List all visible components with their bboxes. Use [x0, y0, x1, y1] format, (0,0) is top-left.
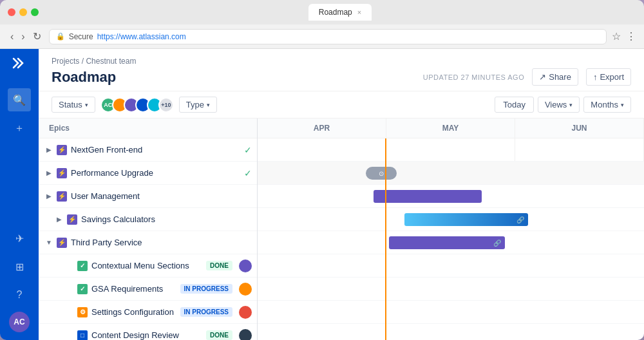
epic-icon-purple: ⚡ — [57, 168, 67, 178]
forward-button[interactable]: › — [19, 29, 27, 44]
gantt-panel: APR MAY JUN — [258, 118, 644, 340]
months-chevron: ▾ — [621, 102, 624, 108]
list-item[interactable]: ▶ ⚡ NextGen Front-end ✓ — [39, 138, 257, 162]
list-item[interactable]: ▶ ⚡ Performance Upgrade ✓ — [39, 162, 257, 185]
gantt-bar-user-mgmt — [374, 190, 482, 203]
expand-icon: ▶ — [54, 214, 64, 225]
sidebar-item-send[interactable]: ✈ — [8, 227, 31, 250]
browser-tab[interactable]: Roadmap × — [308, 4, 372, 21]
close-button[interactable] — [8, 8, 15, 16]
refresh-button[interactable]: ↻ — [30, 29, 44, 44]
assignee-avatar — [239, 329, 252, 341]
addr-actions: ☆ ⋮ — [612, 30, 636, 42]
gantt-header: APR MAY JUN — [258, 118, 644, 138]
sidebar-item-add[interactable]: ＋ — [8, 117, 31, 140]
epic-icon-purple: ⚡ — [67, 214, 77, 225]
share-label: Share — [549, 72, 571, 82]
toolbar-right: Today Views ▾ Months ▾ — [495, 97, 631, 113]
epic-icon-purple: ⚡ — [57, 191, 67, 202]
month-may: MAY — [386, 118, 515, 138]
assignee-avatar — [239, 260, 252, 272]
epic-icon-purple: ⚡ — [57, 238, 67, 248]
expand-icon — [64, 307, 75, 317]
expand-icon: ▶ — [44, 145, 54, 155]
gantt-row — [258, 324, 644, 340]
status-badge: DONE — [206, 261, 232, 270]
views-label: Views — [545, 100, 567, 109]
list-item[interactable]: ✓ GSA Requirements IN PROGRESS — [39, 278, 257, 301]
check-icon: ✓ — [244, 168, 252, 178]
gantt-row: ⊙ — [258, 162, 644, 185]
gantt-container: Epics ▶ ⚡ NextGen Front-end ✓ ▶ ⚡ Perfor… — [39, 118, 644, 340]
epic-label: Third Party Service — [71, 238, 252, 247]
secure-icon: 🔒 — [56, 32, 65, 41]
months-button[interactable]: Months ▾ — [583, 97, 631, 113]
more-avatars-badge[interactable]: +10 — [158, 97, 174, 113]
list-item[interactable]: ▼ ⚡ Third Party Service — [39, 231, 257, 254]
epic-icon-purple: ⚡ — [57, 145, 67, 155]
status-filter[interactable]: Status ▾ — [52, 97, 95, 113]
share-button[interactable]: ↗ Share — [532, 68, 578, 86]
list-item[interactable]: ✓ Contextual Menu Sections DONE — [39, 254, 257, 278]
avatar-group: AC +10 — [100, 97, 174, 113]
epic-icon-orange: ⚙ — [77, 307, 88, 317]
sidebar-item-help[interactable]: ? — [8, 283, 31, 307]
today-line — [385, 138, 386, 340]
minimize-button[interactable] — [19, 8, 27, 16]
gantt-row — [258, 301, 644, 324]
addressbar: ‹ › ↻ 🔒 Secure https://www.atlassian.com… — [0, 24, 644, 49]
month-apr: APR — [258, 118, 386, 138]
sidebar-item-grid[interactable]: ⊞ — [8, 255, 31, 278]
tab-close-icon[interactable]: × — [357, 8, 361, 16]
type-filter[interactable]: Type ▾ — [179, 97, 217, 113]
epic-label: Contextual Menu Sections — [91, 261, 206, 270]
bookmark-button[interactable]: ☆ — [612, 30, 621, 42]
epic-label: NextGen Front-end — [71, 145, 244, 155]
gantt-bar: ⊙ — [366, 167, 397, 180]
views-chevron: ▾ — [569, 102, 573, 108]
epic-label: Savings Calculators — [81, 214, 252, 224]
address-bar[interactable]: 🔒 Secure https://www.atlassian.com — [49, 29, 607, 44]
status-chevron: ▾ — [85, 102, 88, 108]
sidebar-item-search[interactable]: 🔍 — [8, 88, 31, 111]
epics-header: Epics — [39, 118, 257, 138]
secure-label: Secure — [69, 32, 93, 41]
url-text: https://www.atlassian.com — [97, 32, 186, 41]
user-avatar[interactable]: AC — [9, 312, 30, 332]
assignee-avatar — [239, 283, 252, 296]
export-icon: ↑ — [593, 72, 598, 82]
breadcrumb: Projects / Chestnut team — [52, 57, 631, 66]
list-item[interactable]: □ Content Design Review DONE — [39, 324, 257, 340]
header-actions: UPDATED 27 MINUTES AGO ↗ Share ↑ Export — [423, 68, 631, 86]
back-button[interactable]: ‹ — [8, 29, 16, 44]
more-button[interactable]: ⋮ — [626, 30, 636, 42]
expand-icon — [64, 330, 75, 341]
list-item[interactable]: ▶ ⚡ User Management — [39, 185, 257, 208]
views-button[interactable]: Views ▾ — [538, 97, 580, 113]
settings-config-label: Settings Configuration — [91, 307, 180, 317]
expand-icon — [64, 284, 75, 294]
titlebar-center: Roadmap × — [44, 4, 636, 21]
gantt-bar-third-party: 🔗 — [389, 236, 505, 249]
header-row: Roadmap UPDATED 27 MINUTES AGO ↗ Share ↑… — [52, 68, 631, 86]
page-title: Roadmap — [52, 69, 116, 86]
epic-icon-blue: □ — [77, 330, 88, 341]
breadcrumb-separator: / — [82, 57, 84, 66]
export-button[interactable]: ↑ Export — [586, 68, 631, 86]
gantt-row — [258, 254, 644, 278]
updated-text: UPDATED 27 MINUTES AGO — [423, 73, 525, 81]
today-button[interactable]: Today — [495, 97, 534, 113]
list-item[interactable]: ⚙ Settings Configuration IN PROGRESS — [39, 301, 257, 324]
share-icon: ↗ — [539, 72, 546, 82]
sidebar-logo — [12, 57, 27, 75]
type-chevron: ▾ — [207, 102, 210, 108]
expand-icon: ▶ — [44, 191, 54, 202]
gantt-bar-savings: 🔗 — [404, 213, 528, 226]
maximize-button[interactable] — [31, 8, 39, 16]
status-label: Status — [59, 100, 82, 109]
breadcrumb-projects[interactable]: Projects — [52, 57, 79, 66]
expand-icon: ▶ — [44, 168, 54, 178]
gantt-rows: ⊙ 🔗 — [258, 138, 644, 340]
app: 🔍 ＋ ✈ ⊞ ? AC Projects / Chestnut team Ro… — [0, 49, 644, 340]
list-item[interactable]: ▶ ⚡ Savings Calculators — [39, 208, 257, 231]
